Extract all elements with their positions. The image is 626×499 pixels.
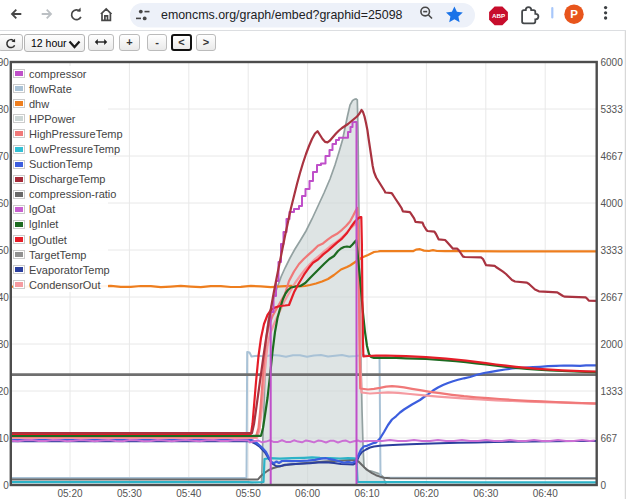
svg-text:1333: 1333: [601, 386, 624, 397]
svg-text:emoncms.org/graph/embed?graphi: emoncms.org/graph/embed?graphid=25098: [161, 8, 403, 22]
svg-text:2000: 2000: [601, 339, 624, 350]
svg-text:6000: 6000: [601, 57, 624, 68]
svg-text:30: 30: [0, 339, 9, 350]
svg-text:5333: 5333: [601, 104, 624, 115]
svg-text:05:30: 05:30: [117, 488, 142, 499]
svg-text:4667: 4667: [601, 151, 624, 162]
svg-text:2667: 2667: [601, 292, 624, 303]
svg-text:50: 50: [0, 245, 9, 256]
svg-text:05:40: 05:40: [176, 488, 201, 499]
svg-text:P: P: [570, 8, 578, 20]
svg-text:70: 70: [0, 151, 9, 162]
svg-text:20: 20: [0, 386, 9, 397]
svg-text:06:40: 06:40: [533, 488, 558, 499]
svg-text:06:10: 06:10: [354, 488, 379, 499]
svg-text:90: 90: [0, 57, 9, 68]
svg-text:80: 80: [0, 104, 9, 115]
svg-text:667: 667: [601, 433, 618, 444]
svg-text:06:30: 06:30: [473, 488, 498, 499]
svg-text:0: 0: [601, 480, 607, 491]
svg-text:ABP: ABP: [492, 12, 505, 19]
svg-text:06:20: 06:20: [414, 488, 439, 499]
svg-text:4000: 4000: [601, 198, 624, 209]
svg-text:05:50: 05:50: [236, 488, 261, 499]
svg-text:10: 10: [0, 433, 9, 444]
svg-text:0: 0: [3, 480, 9, 491]
svg-text:05:20: 05:20: [57, 488, 82, 499]
svg-text:40: 40: [0, 292, 9, 303]
svg-text:3333: 3333: [601, 245, 624, 256]
svg-text:06:00: 06:00: [295, 488, 320, 499]
svg-text:60: 60: [0, 198, 9, 209]
